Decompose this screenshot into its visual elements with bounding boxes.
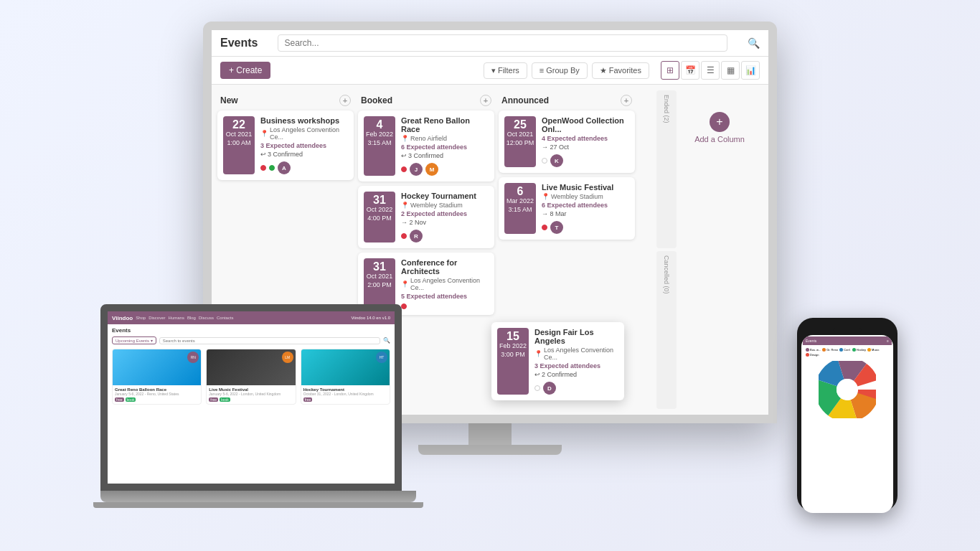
card-hockey[interactable]: 31 Oct 2022 4:00 PM Hockey Tournament 📍W…	[358, 186, 494, 248]
monitor-stand-neck	[468, 423, 512, 445]
search-icon[interactable]: 🔍	[748, 37, 760, 49]
phone-topbar: Events ≡	[803, 336, 892, 345]
laptop-bottom	[93, 502, 423, 508]
view-icons: ⊞ 📅 ☰ ▦ 📊	[661, 61, 760, 80]
floating-card-design-fair[interactable]: 15 Feb 2022 3:00 PM Design Fair Los Ange…	[491, 322, 624, 400]
column-add-new[interactable]: +	[339, 95, 351, 106]
avatar-bw: A	[278, 161, 291, 174]
legend-item-1: Bus. w...	[806, 348, 821, 352]
status-dot2-bw	[269, 165, 275, 171]
card-body-bw: Business workshops 📍Los Angeles Conventi…	[260, 116, 348, 174]
laptop: Viindoo Shop Discover Humans Blog Discus…	[100, 304, 423, 508]
view-calendar-button[interactable]: 📅	[681, 61, 699, 80]
column-add-booked[interactable]: +	[480, 95, 491, 106]
status-dot-bw	[260, 165, 266, 171]
laptop-nav: Shop Discover Humans Blog Discuss Contac…	[136, 316, 233, 320]
legend-item-2: Gr. Reno	[822, 348, 838, 352]
card-footer-ht: R	[401, 230, 489, 242]
legend-dot-5	[867, 348, 871, 352]
column-add-announced[interactable]: +	[621, 95, 632, 106]
phone-screen: Events ≡ Bus. w... Gr. Reno	[801, 335, 893, 513]
card-date-grb: 4 Feb 2022 3:15 AM	[364, 116, 395, 176]
add-column-label: Add a Column	[694, 135, 745, 143]
laptop-app: Viindoo Shop Discover Humans Blog Discus…	[108, 311, 395, 484]
card-openwood[interactable]: 25 Oct 2021 12:00 PM OpenWood Collection…	[499, 110, 635, 173]
phone-legend: Bus. w... Gr. Reno Conf. Hockey	[806, 348, 889, 357]
laptop-card-badge-reno: RN	[187, 352, 199, 363]
column-title-booked: Booked	[361, 95, 392, 105]
card-date-cfa: 31 Oct 2021 2:00 PM	[364, 258, 395, 309]
status-dot-lmf	[542, 225, 547, 230]
card-business-workshops[interactable]: 22 Oct 2021 1:00 AM Business workshops 📍…	[217, 110, 354, 180]
sidebar-ended: Ended (2)	[656, 90, 677, 248]
avatar-ht: R	[410, 230, 423, 242]
phone-notch	[833, 328, 862, 332]
laptop-card-reno[interactable]: RN Great Reno Balloon Race January 5-6, …	[112, 349, 202, 405]
laptop-card-music[interactable]: LM Live Music Festival January 5-6, 2022…	[206, 349, 296, 405]
star-icon: ★	[600, 66, 607, 75]
phone-menu-icon[interactable]: ≡	[887, 339, 889, 343]
app-title: Events	[220, 37, 258, 50]
card-body-owc: OpenWood Collection Onl... 4 Expected at…	[542, 116, 629, 167]
status-dot-grb	[401, 166, 407, 172]
add-column[interactable]: + Add a Column	[677, 90, 763, 409]
legend-dot-2	[822, 348, 826, 352]
column-header-new: New +	[217, 90, 354, 110]
floating-status-dot	[534, 385, 540, 391]
avatar-grb: J	[410, 163, 423, 176]
sidebar-cancelled: Cancelled (0)	[656, 251, 677, 409]
filter-icon: ▾	[491, 66, 496, 75]
card-great-reno[interactable]: 4 Feb 2022 3:15 AM Great Reno Ballon Rac…	[358, 110, 494, 182]
view-bar-button[interactable]: ▦	[721, 61, 740, 80]
laptop-event-cards: RN Great Reno Balloon Race January 5-6, …	[112, 349, 390, 405]
legend-item-4: Hockey	[852, 348, 866, 352]
toolbar: + Create ▾ Filters ≡ Group By ★ Favorite…	[212, 57, 768, 85]
laptop-search-input[interactable]	[159, 337, 380, 344]
search-input[interactable]	[278, 34, 727, 52]
view-list-button[interactable]: ☰	[701, 61, 720, 80]
laptop-topbar: Viindoo Shop Discover Humans Blog Discus…	[108, 311, 395, 324]
laptop-search-icon[interactable]: 🔍	[383, 337, 390, 344]
legend-dot-3	[839, 348, 843, 352]
card-body-ht: Hockey Tournament 📍Wembley Stadium 2 Exp…	[401, 192, 489, 242]
card-footer-grb: J M	[401, 163, 489, 176]
top-bar: Events 🔍	[212, 30, 768, 57]
phone: Events ≡ Bus. w... Gr. Reno	[797, 318, 897, 512]
legend-dot-6	[806, 353, 809, 357]
toolbar-filters: ▾ Filters ≡ Group By ★ Favorites	[484, 62, 649, 79]
filters-button[interactable]: ▾ Filters	[484, 62, 527, 79]
status-dot-owc	[542, 158, 547, 164]
view-kanban-button[interactable]: ⊞	[661, 61, 679, 80]
laptop-logo: Viindoo	[112, 315, 133, 321]
phone-device: Events ≡ Bus. w... Gr. Reno	[797, 318, 897, 512]
laptop-user: Viindoo 14.0 en v1.0	[351, 316, 390, 320]
column-header-announced: Announced +	[499, 90, 635, 110]
laptop-card-img-hockey: HT	[301, 349, 390, 385]
floating-card-body: Design Fair Los Angeles 📍Los Angeles Con…	[534, 328, 618, 395]
avatar-lmf: T	[550, 221, 563, 234]
card-date-lmf: 6 Mar 2022 3:15 AM	[504, 183, 536, 234]
view-chart-button[interactable]: 📊	[741, 61, 760, 80]
floating-avatar: D	[543, 382, 556, 395]
avatar-owc: K	[550, 154, 563, 167]
laptop-filters: Upcoming Events ▾ 🔍	[112, 336, 390, 344]
phone-title: Events	[806, 339, 816, 343]
legend-dot-4	[852, 348, 856, 352]
laptop-card-img-music: LM	[207, 349, 295, 385]
card-lmf[interactable]: 6 Mar 2022 3:15 AM Live Music Festival 📍…	[499, 177, 635, 240]
floating-card-date: 15 Feb 2022 3:00 PM	[497, 328, 529, 395]
card-footer-lmf: T	[542, 221, 629, 234]
laptop-screen: Viindoo Shop Discover Humans Blog Discus…	[100, 304, 402, 491]
add-column-button[interactable]: +	[710, 112, 730, 132]
card-footer-owc: K	[542, 154, 629, 167]
group-by-button[interactable]: ≡ Group By	[532, 62, 588, 79]
laptop-filter-upcoming[interactable]: Upcoming Events ▾	[112, 336, 156, 344]
card-body-lmf: Live Music Festival 📍Wembley Stadium 6 E…	[542, 183, 629, 234]
phone-chart-area: Bus. w... Gr. Reno Conf. Hockey	[803, 345, 892, 424]
laptop-card-hockey[interactable]: HT Hockey Tournament October 31, 2022 - …	[301, 349, 390, 405]
favorites-button[interactable]: ★ Favorites	[592, 62, 649, 79]
create-button[interactable]: + Create	[220, 62, 270, 79]
legend-item-3: Conf.	[839, 348, 851, 352]
card-body-cfa: Conference for Architects 📍Los Angeles C…	[401, 258, 489, 309]
card-date-owc: 25 Oct 2021 12:00 PM	[504, 116, 536, 167]
